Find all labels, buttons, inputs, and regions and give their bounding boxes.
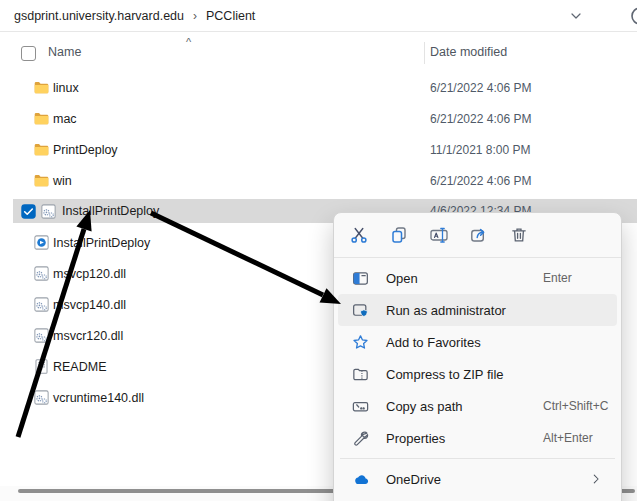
column-divider[interactable] [424, 42, 425, 64]
menu-item-compress-to-zip-file[interactable]: Compress to ZIP file [338, 358, 617, 390]
file-name: README [53, 360, 106, 374]
application-file-icon [33, 389, 50, 406]
file-date-modified: 6/21/2022 4:06 PM [430, 174, 531, 188]
file-name: linux [53, 81, 79, 95]
text-file-icon [33, 358, 50, 375]
installer-file-icon [33, 234, 50, 251]
folder-icon [33, 141, 50, 158]
cut-button[interactable] [341, 218, 377, 252]
menu-item-label: Add to Favorites [386, 335, 481, 350]
copy-path-icon [351, 397, 370, 416]
chevron-right-icon [589, 472, 603, 486]
file-row[interactable]: linux6/21/2022 4:06 PM [13, 72, 637, 103]
file-name: InstallPrintDeploy [62, 204, 159, 218]
share-icon [469, 225, 489, 245]
address-bar: gsdprint.university.harvard.edu › PCClie… [0, 0, 637, 32]
copy-button[interactable] [381, 218, 417, 252]
file-name: msvcp120.dll [53, 267, 126, 281]
file-explorer-window: gsdprint.university.harvard.edu › PCClie… [0, 0, 637, 501]
file-date-modified: 11/1/2021 8:00 PM [430, 143, 531, 157]
context-menu: OpenEnterRun as administratorAdd to Favo… [333, 212, 622, 501]
sort-ascending-icon: ^ [186, 36, 191, 48]
menu-item-add-to-favorites[interactable]: Add to Favorites [338, 326, 617, 358]
application-file-icon [33, 296, 50, 313]
menu-item-copy-as-path[interactable]: Copy as pathCtrl+Shift+C [338, 390, 617, 422]
column-header-row: Name ^ Date modified [0, 40, 637, 66]
file-row[interactable]: mac6/21/2022 4:06 PM [13, 103, 637, 134]
file-name: vcruntime140.dll [53, 391, 144, 405]
column-header-date-modified[interactable]: Date modified [430, 45, 507, 59]
file-name: mac [53, 112, 77, 126]
wrench-icon [351, 429, 370, 448]
application-file-icon [33, 265, 50, 282]
application-file-icon [40, 203, 57, 220]
menu-item-label: Copy as path [386, 399, 463, 414]
zip-icon [351, 365, 370, 384]
delete-icon [509, 225, 529, 245]
menu-item-open[interactable]: OpenEnter [338, 262, 617, 294]
quick-actions [334, 213, 621, 258]
menu-shortcut: Enter [543, 271, 572, 285]
application-file-icon [33, 327, 50, 344]
chevron-down-icon[interactable] [568, 8, 584, 24]
menu-item-properties[interactable]: PropertiesAlt+Enter [338, 422, 617, 454]
folder-icon [33, 79, 50, 96]
copy-icon [389, 225, 409, 245]
breadcrumb-segment-server[interactable]: gsdprint.university.harvard.edu [14, 9, 184, 23]
menu-item-label: Run as administrator [386, 303, 506, 318]
menu-item-label: Properties [386, 431, 445, 446]
refresh-icon[interactable] [619, 4, 637, 28]
folder-icon [33, 172, 50, 189]
open-icon [351, 269, 370, 288]
menu-item-run-as-administrator[interactable]: Run as administrator [338, 294, 617, 326]
menu-shortcut: Ctrl+Shift+C [543, 399, 608, 413]
breadcrumb-separator-icon: › [193, 9, 197, 23]
rename-icon [429, 225, 449, 245]
breadcrumb-segment-folder[interactable]: PCClient [206, 9, 255, 23]
onedrive-cloud-icon [351, 470, 370, 489]
file-name: PrintDeploy [53, 143, 118, 157]
admin-shield-icon [351, 301, 370, 320]
menu-item-label: Compress to ZIP file [386, 367, 504, 382]
file-name: win [53, 174, 72, 188]
file-name: msvcp140.dll [53, 298, 126, 312]
star-icon [351, 333, 370, 352]
file-row[interactable]: win6/21/2022 4:06 PM [13, 165, 637, 196]
menu-shortcut: Alt+Enter [543, 431, 593, 445]
menu-item-onedrive[interactable]: OneDrive [338, 463, 617, 495]
file-row[interactable]: PrintDeploy11/1/2021 8:00 PM [13, 134, 637, 165]
rename-button[interactable] [421, 218, 457, 252]
column-header-name[interactable]: Name [48, 45, 81, 59]
checkbox-checked-icon[interactable] [20, 203, 37, 220]
menu-item-label: Open [386, 271, 418, 286]
folder-icon [33, 110, 50, 127]
file-date-modified: 6/21/2022 4:06 PM [430, 81, 531, 95]
menu-separator [340, 458, 615, 459]
select-all-checkbox[interactable] [21, 46, 36, 61]
file-date-modified: 6/21/2022 4:06 PM [430, 112, 531, 126]
file-name: msvcr120.dll [53, 329, 123, 343]
file-name: InstallPrintDeploy [53, 236, 150, 250]
context-menu-items: OpenEnterRun as administratorAdd to Favo… [334, 258, 621, 499]
delete-button[interactable] [501, 218, 537, 252]
menu-item-label: OneDrive [386, 472, 441, 487]
cut-icon [349, 225, 369, 245]
share-button[interactable] [461, 218, 497, 252]
